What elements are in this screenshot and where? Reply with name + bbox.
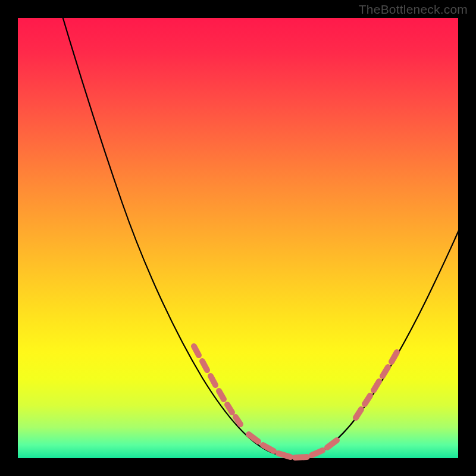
svg-line-14	[374, 381, 379, 390]
svg-line-11	[327, 440, 337, 447]
svg-line-6	[249, 434, 258, 441]
svg-line-1	[202, 361, 207, 370]
highlight-band-bottom	[249, 434, 337, 458]
svg-line-2	[211, 376, 215, 385]
svg-line-16	[392, 352, 397, 362]
chart-frame: TheBottleneck.com	[0, 0, 476, 476]
svg-line-4	[227, 405, 232, 412]
svg-line-12	[356, 409, 361, 418]
bottleneck-curve	[52, 0, 465, 458]
chart-overlay-svg	[0, 0, 476, 476]
svg-line-13	[365, 396, 370, 404]
svg-line-10	[312, 450, 322, 455]
svg-line-0	[194, 346, 199, 355]
svg-line-5	[236, 417, 240, 424]
highlight-band-right	[356, 352, 397, 418]
watermark-text: TheBottleneck.com	[359, 2, 468, 17]
svg-line-3	[219, 391, 224, 399]
svg-line-7	[263, 445, 274, 451]
svg-line-8	[278, 453, 290, 457]
svg-line-9	[295, 457, 307, 458]
svg-line-15	[383, 367, 388, 376]
highlight-band-left	[194, 346, 240, 424]
